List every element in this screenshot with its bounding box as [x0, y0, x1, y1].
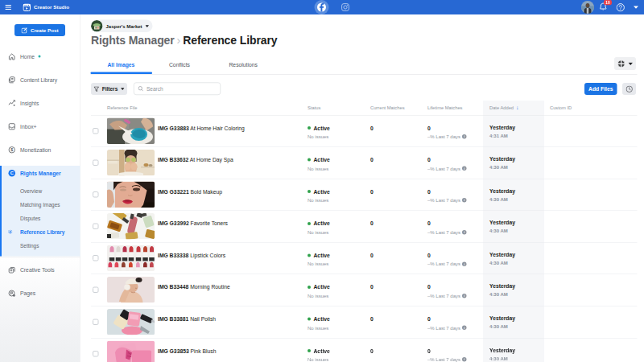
svg-text:C: C — [10, 171, 14, 175]
svg-text:$: $ — [10, 147, 13, 152]
